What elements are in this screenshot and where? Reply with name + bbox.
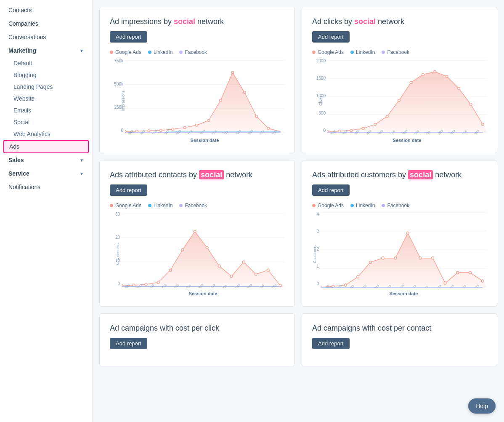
sidebar-sub-emails[interactable]: Emails (0, 104, 92, 116)
svg-point-42 (410, 81, 412, 84)
legend-linkedin: LinkedIn (148, 49, 172, 55)
sidebar-item-notifications[interactable]: Notifications (0, 180, 92, 194)
x-label-customers: Session date (321, 291, 487, 296)
y-label-contacts: New contacts (116, 243, 120, 265)
card-cost-per-contact-title: Ad campaigns with cost per contact (312, 324, 487, 333)
svg-point-12 (220, 99, 222, 102)
svg-point-43 (422, 73, 424, 76)
svg-point-105 (406, 232, 409, 235)
legend-impressions: Google Ads LinkedIn Facebook (110, 49, 284, 55)
legend-contacts: Google Ads LinkedIn Facebook (110, 203, 284, 208)
svg-point-72 (194, 230, 196, 233)
card-customers: Ads attributed customers by social netwo… (302, 160, 497, 307)
card-cost-per-contact: Ad campaigns with cost per contact Add r… (302, 313, 497, 366)
legend-google-ads-3: Google Ads (110, 203, 141, 208)
svg-point-73 (206, 246, 208, 249)
svg-point-41 (398, 99, 401, 102)
legend-facebook-2: Facebook (382, 49, 409, 55)
svg-point-78 (267, 269, 269, 271)
svg-point-40 (386, 115, 388, 118)
card-impressions: Ad impressions by social network Add rep… (99, 7, 295, 153)
svg-point-69 (157, 281, 159, 283)
sidebar-sub-web-analytics[interactable]: Web Analytics (0, 128, 92, 140)
chevron-right-icon: ▼ (80, 158, 84, 163)
chart-impressions: Nov-2018 Dec-2018 Jan-2019 Feb-2019 Mar-… (125, 59, 284, 134)
sidebar-item-conversations[interactable]: Conversations (0, 30, 92, 44)
svg-point-74 (218, 265, 220, 267)
help-button[interactable]: Help (468, 398, 496, 414)
legend-linkedin-2: LinkedIn (350, 49, 375, 55)
svg-point-44 (434, 70, 436, 73)
sidebar-section-marketing[interactable]: Marketing ▼ (0, 44, 92, 57)
add-report-customers-button[interactable]: Add report (312, 184, 350, 196)
svg-point-47 (470, 103, 472, 106)
legend-linkedin-4: LinkedIn (350, 203, 375, 208)
add-report-clicks-button[interactable]: Add report (312, 31, 350, 43)
svg-point-37 (350, 129, 353, 132)
svg-point-46 (458, 87, 460, 90)
legend-google-ads-4: Google Ads (312, 203, 344, 208)
sidebar-item-ads[interactable]: Ads (3, 140, 89, 153)
svg-point-103 (382, 257, 384, 259)
y-label-customers: Customers (313, 245, 317, 263)
svg-point-68 (145, 283, 147, 286)
svg-point-36 (338, 130, 341, 133)
card-cost-per-click-title: Ad campaigns with cost per click (110, 324, 284, 333)
sidebar: Contacts Companies Conversations Marketi… (0, 0, 93, 422)
svg-point-14 (243, 91, 246, 94)
svg-point-8 (172, 128, 174, 131)
svg-point-67 (133, 284, 135, 286)
sidebar-sub-social[interactable]: Social (0, 116, 92, 128)
card-clicks-title: Ad clicks by social network (312, 17, 487, 26)
legend-facebook-4: Facebook (382, 203, 409, 208)
card-cost-per-click: Ad campaigns with cost per click Add rep… (99, 313, 295, 366)
sidebar-section-service[interactable]: Service ▼ (0, 167, 92, 180)
svg-point-45 (446, 75, 448, 78)
sidebar-item-companies[interactable]: Companies (0, 17, 92, 30)
sidebar-sub-blogging[interactable]: Blogging (0, 69, 92, 81)
sidebar-sub-website[interactable]: Website (0, 93, 92, 104)
svg-point-77 (255, 273, 257, 275)
y-label-impressions: Impressions (121, 91, 125, 111)
card-contacts-title: Ads attributed contacts by social networ… (110, 171, 284, 179)
card-clicks: Ad clicks by social network Add report G… (302, 7, 497, 153)
svg-point-106 (419, 257, 422, 259)
add-report-cost-per-contact-button[interactable]: Add report (312, 338, 350, 349)
sidebar-section-sales[interactable]: Sales ▼ (0, 153, 92, 167)
svg-point-15 (255, 115, 258, 118)
add-report-cost-per-click-button[interactable]: Add report (110, 338, 147, 349)
legend-dot-google (110, 51, 113, 54)
svg-point-102 (369, 261, 372, 264)
legend-linkedin-3: LinkedIn (148, 203, 172, 208)
chevron-down-icon: ▼ (80, 48, 84, 53)
y-label-clicks: Clicks (318, 96, 323, 106)
add-report-impressions-button[interactable]: Add report (110, 31, 147, 43)
svg-point-6 (148, 130, 150, 132)
legend-dot-facebook (179, 51, 183, 54)
svg-point-10 (196, 124, 198, 126)
x-label-contacts: Session date (122, 291, 284, 296)
x-label-clicks: Session date (327, 138, 487, 143)
sidebar-sub-landing-pages[interactable]: Landing Pages (0, 81, 92, 93)
legend-clicks: Google Ads LinkedIn Facebook (312, 49, 487, 55)
legend-google-ads-2: Google Ads (312, 49, 344, 55)
add-report-contacts-button[interactable]: Add report (110, 184, 147, 196)
card-customers-title: Ads attributed customers by social netwo… (312, 171, 487, 179)
sidebar-item-contacts[interactable]: Contacts (0, 3, 92, 17)
svg-point-75 (230, 275, 233, 278)
chart-contacts: Nov-2018 Dec-2018 Jan-2019 Feb-2019 Mar-… (122, 212, 284, 288)
cards-grid: Ad impressions by social network Add rep… (99, 7, 497, 366)
chart-customers: Nov-2018 Dec-2018 Jan-2019 Feb-2019 Mar-… (321, 212, 487, 288)
svg-point-104 (394, 257, 397, 259)
legend-customers: Google Ads LinkedIn Facebook (312, 203, 487, 208)
svg-point-109 (456, 271, 459, 274)
card-impressions-title: Ad impressions by social network (110, 17, 284, 26)
x-label-impressions: Session date (125, 138, 284, 143)
main-content: Ad impressions by social network Add rep… (93, 0, 504, 422)
svg-point-100 (344, 284, 347, 286)
svg-point-11 (207, 119, 210, 122)
svg-point-7 (159, 129, 162, 132)
sidebar-sub-default[interactable]: Default (0, 57, 92, 69)
svg-point-110 (469, 271, 472, 274)
svg-point-70 (169, 269, 172, 271)
